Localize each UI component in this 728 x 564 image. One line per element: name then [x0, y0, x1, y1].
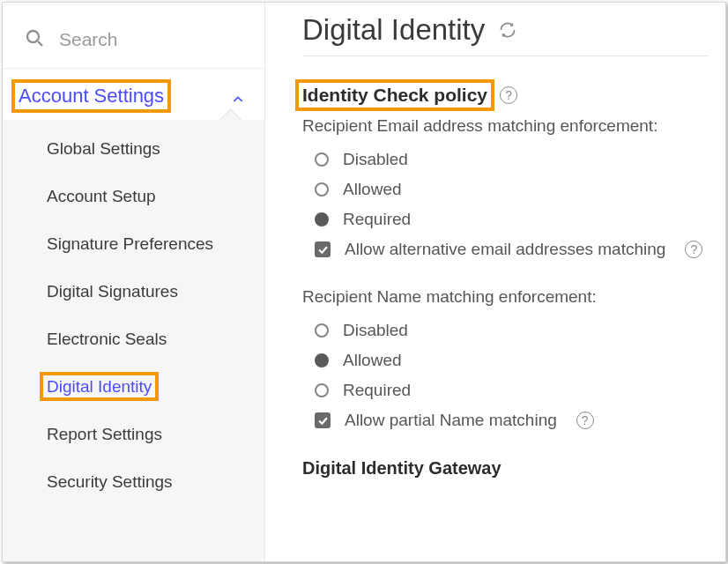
field-label: Recipient Email address matching enforce… [302, 116, 708, 136]
sidebar-item-label: Electronic Seals [47, 330, 167, 348]
search-input[interactable] [57, 28, 245, 51]
sidebar: Account Settings Global Settings Account… [3, 3, 265, 561]
refresh-icon[interactable] [499, 21, 516, 39]
sidebar-item-label: Security Settings [47, 472, 173, 491]
sidebar-item-report-settings[interactable]: Report Settings [3, 411, 264, 458]
section-title-row: Identity Check policy ? [302, 85, 708, 106]
sidebar-item-label: Account Setup [47, 187, 156, 205]
sidebar-item-digital-identity[interactable]: Digital Identity [3, 363, 264, 411]
checkbox-label: Allow partial Name matching [345, 411, 557, 430]
group-name-matching: Recipient Name matching enforcement: Dis… [302, 287, 708, 435]
sidebar-item-signature-preferences[interactable]: Signature Preferences [3, 220, 264, 268]
search-icon [24, 27, 45, 52]
sidebar-item-security-settings[interactable]: Security Settings [3, 458, 264, 506]
radio-option-disabled[interactable]: Disabled [315, 315, 708, 345]
chevron-up-icon [231, 89, 245, 103]
field-label: Recipient Name matching enforcement: [302, 287, 708, 307]
radio-label: Disabled [343, 321, 408, 340]
radio-group-email: Disabled Allowed Required Allow alternat… [315, 145, 708, 264]
radio-icon [315, 323, 329, 338]
sidebar-section-account-settings[interactable]: Account Settings [3, 69, 264, 120]
radio-icon [315, 182, 329, 197]
gateway-heading: Digital Identity Gateway [302, 458, 708, 479]
radio-option-required[interactable]: Required [315, 375, 708, 405]
group-email-matching: Recipient Email address matching enforce… [302, 116, 708, 264]
help-icon[interactable]: ? [576, 412, 594, 429]
main-content: Digital Identity Identity Check policy ?… [265, 3, 725, 561]
help-icon[interactable]: ? [500, 86, 517, 104]
checkbox-icon [315, 412, 331, 428]
radio-label: Required [343, 210, 411, 229]
sidebar-item-global-settings[interactable]: Global Settings [3, 125, 264, 173]
sidebar-item-label: Digital Identity [47, 377, 152, 396]
radio-label: Allowed [343, 351, 402, 370]
sidebar-item-digital-signatures[interactable]: Digital Signatures [3, 268, 264, 315]
radio-option-required[interactable]: Required [315, 204, 708, 234]
svg-line-1 [38, 41, 42, 46]
radio-label: Required [343, 381, 411, 400]
svg-point-0 [27, 31, 39, 42]
radio-option-allowed[interactable]: Allowed [315, 174, 708, 204]
sidebar-item-electronic-seals[interactable]: Electronic Seals [3, 315, 264, 363]
checkbox-allow-alt-email[interactable]: Allow alternative email addresses matchi… [315, 234, 708, 264]
checkbox-icon [315, 241, 331, 257]
checkbox-label: Allow alternative email addresses matchi… [345, 240, 665, 259]
radio-icon [315, 152, 329, 167]
sidebar-item-account-setup[interactable]: Account Setup [3, 173, 264, 220]
sidebar-item-label: Digital Signatures [47, 282, 178, 301]
radio-group-name: Disabled Allowed Required Allow partial … [315, 315, 708, 435]
page-title: Digital Identity [302, 13, 485, 47]
sidebar-item-label: Report Settings [47, 425, 162, 443]
sidebar-item-label: Global Settings [47, 139, 160, 158]
radio-icon [315, 212, 329, 226]
help-icon[interactable]: ? [685, 241, 702, 258]
radio-option-disabled[interactable]: Disabled [315, 145, 708, 174]
page-title-row: Digital Identity [302, 13, 708, 56]
radio-label: Disabled [343, 150, 408, 169]
radio-option-allowed[interactable]: Allowed [315, 345, 708, 375]
app-frame: Account Settings Global Settings Account… [2, 2, 726, 562]
sidebar-item-label: Signature Preferences [47, 234, 213, 253]
sidebar-section-label: Account Settings [19, 85, 164, 108]
radio-label: Allowed [343, 180, 402, 199]
checkbox-allow-partial-name[interactable]: Allow partial Name matching ? [315, 405, 708, 435]
section-title: Identity Check policy [302, 85, 487, 106]
radio-icon [315, 383, 329, 397]
radio-icon [315, 353, 329, 367]
sidebar-subnav: Global Settings Account Setup Signature … [3, 120, 264, 561]
search-row [3, 3, 264, 69]
